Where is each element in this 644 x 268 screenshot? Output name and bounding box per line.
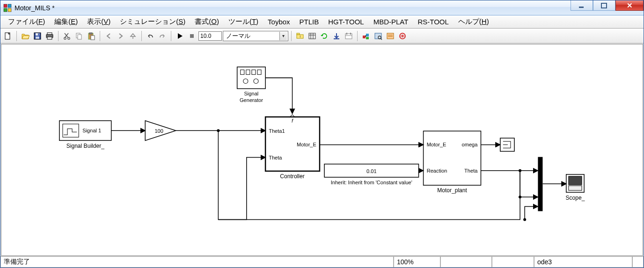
- svg-text:Theta: Theta: [269, 155, 282, 160]
- controller-label: Controller: [280, 173, 304, 180]
- status-bar: 準備完了 100% ode3: [0, 256, 644, 268]
- forward-button[interactable]: [115, 30, 126, 42]
- download-button[interactable]: [331, 30, 342, 42]
- gain-block[interactable]: 100: [145, 121, 176, 140]
- signal-generator-label-1: Signal: [244, 91, 258, 96]
- svg-rect-37: [363, 36, 366, 38]
- svg-rect-22: [91, 36, 95, 40]
- stop-button[interactable]: [186, 30, 198, 42]
- svg-rect-19: [78, 35, 81, 39]
- mux-block[interactable]: [538, 157, 542, 211]
- svg-text:100: 100: [154, 128, 163, 134]
- library-browser-button[interactable]: [360, 30, 372, 42]
- model-canvas[interactable]: Signal 1 Signal Builder_ 100 Signal Gene…: [1, 44, 643, 256]
- cut-button[interactable]: [61, 30, 73, 42]
- svg-rect-76: [569, 176, 582, 185]
- svg-text:omega: omega: [462, 142, 478, 147]
- motor-plant-block[interactable]: Motor_E Reaction omega Theta: [424, 131, 481, 185]
- back-button[interactable]: [103, 30, 114, 42]
- svg-rect-0: [4, 4, 7, 7]
- status-empty-2: [492, 257, 534, 268]
- menu-file[interactable]: ファイル(F): [3, 16, 50, 28]
- redo-button[interactable]: [157, 30, 168, 42]
- calendar-button[interactable]: [343, 30, 354, 42]
- window-controls: ✕: [571, 0, 644, 15]
- constant-block[interactable]: 0.01: [324, 164, 418, 177]
- incremental-build-button[interactable]: [307, 30, 318, 42]
- svg-text:Theta: Theta: [464, 168, 478, 174]
- title-bar[interactable]: Motor_MILS * ✕: [0, 0, 644, 15]
- status-zoom: 100%: [394, 257, 440, 268]
- undo-button[interactable]: [145, 30, 156, 42]
- diagram-svg: Signal 1 Signal Builder_ 100 Signal Gene…: [1, 44, 643, 255]
- menu-help[interactable]: ヘルプ(H): [454, 16, 494, 28]
- svg-rect-68: [424, 131, 481, 185]
- svg-text:Motor_E: Motor_E: [297, 142, 316, 147]
- svg-rect-44: [387, 33, 394, 39]
- new-model-button[interactable]: [2, 30, 14, 42]
- svg-rect-24: [190, 34, 194, 38]
- save-button[interactable]: [32, 30, 43, 42]
- svg-text:Reaction: Reaction: [427, 168, 447, 174]
- svg-rect-5: [601, 3, 607, 8]
- menu-simulation[interactable]: シミュレーション(S): [115, 16, 190, 28]
- close-button[interactable]: ✕: [615, 0, 644, 11]
- simulation-mode-value: ノーマル: [226, 32, 250, 40]
- status-ready: 準備完了: [0, 257, 394, 268]
- signal-builder-block[interactable]: Signal 1: [59, 121, 111, 140]
- svg-rect-35: [346, 33, 347, 35]
- copy-button[interactable]: [73, 30, 85, 42]
- window-title: Motor_MILS *: [15, 4, 55, 12]
- scope-block[interactable]: [566, 174, 584, 192]
- open-button[interactable]: [20, 30, 31, 42]
- svg-point-17: [68, 37, 70, 39]
- svg-rect-4: [579, 7, 584, 8]
- paste-button[interactable]: [86, 30, 97, 42]
- stop-time-input[interactable]: [198, 31, 222, 41]
- menu-hgt-tool[interactable]: HGT-TOOL: [323, 16, 368, 27]
- controller-block[interactable]: Theta1 Theta Motor_E f: [265, 115, 320, 171]
- svg-rect-9: [38, 33, 39, 35]
- model-explorer-button[interactable]: [373, 30, 384, 42]
- run-button[interactable]: [174, 30, 185, 42]
- print-button[interactable]: [44, 30, 55, 42]
- svg-rect-32: [334, 38, 339, 39]
- menu-view[interactable]: 表示(V): [82, 16, 115, 28]
- svg-rect-3: [8, 8, 11, 12]
- menu-bar: ファイル(F) 編集(E) 表示(V) シミュレーション(S) 書式(O) ツー…: [0, 15, 644, 29]
- menu-ptlib[interactable]: PTLIB: [295, 16, 324, 27]
- svg-rect-10: [36, 36, 39, 39]
- menu-tools[interactable]: ツール(T): [224, 16, 263, 28]
- signal-generator-block[interactable]: [237, 67, 265, 88]
- menu-mbd-plat[interactable]: MBD-PLAT: [369, 16, 413, 27]
- status-grip: [632, 257, 644, 268]
- motor-plant-label: Motor_plant: [437, 187, 467, 194]
- svg-rect-77: [569, 186, 582, 190]
- menu-edit[interactable]: 編集(E): [50, 16, 82, 28]
- signal-builder-label: Signal Builder_: [66, 143, 105, 149]
- simulation-mode-select[interactable]: ノーマル ▾: [223, 31, 288, 41]
- terminator-block[interactable]: [500, 138, 514, 151]
- maximize-button[interactable]: [593, 0, 615, 11]
- svg-rect-11: [47, 33, 52, 35]
- svg-text:Motor_E: Motor_E: [427, 142, 446, 147]
- toolbar: ノーマル ▾ ⇩: [0, 29, 644, 43]
- svg-text:Theta1: Theta1: [269, 128, 285, 134]
- up-button[interactable]: [127, 30, 139, 42]
- build-button[interactable]: ⇩: [294, 30, 306, 42]
- debug-button[interactable]: [397, 30, 408, 42]
- svg-point-48: [402, 35, 403, 36]
- menu-rs-tool[interactable]: RS-TOOL: [413, 16, 453, 27]
- status-solver: ode3: [534, 257, 632, 268]
- minimize-button[interactable]: [571, 0, 593, 11]
- svg-text:⇩: ⇩: [299, 35, 301, 38]
- chevron-down-icon: ▾: [279, 32, 287, 40]
- menu-format[interactable]: 書式(O): [190, 16, 224, 28]
- menu-toybox[interactable]: Toybox: [263, 16, 295, 27]
- svg-rect-28: [309, 33, 315, 39]
- svg-rect-13: [47, 37, 52, 39]
- constant-inherit-label: Inherit: Inherit from 'Constant value': [331, 180, 412, 185]
- refresh-button[interactable]: [319, 30, 330, 42]
- model-config-button[interactable]: [385, 30, 396, 42]
- svg-text:0.01: 0.01: [366, 168, 377, 174]
